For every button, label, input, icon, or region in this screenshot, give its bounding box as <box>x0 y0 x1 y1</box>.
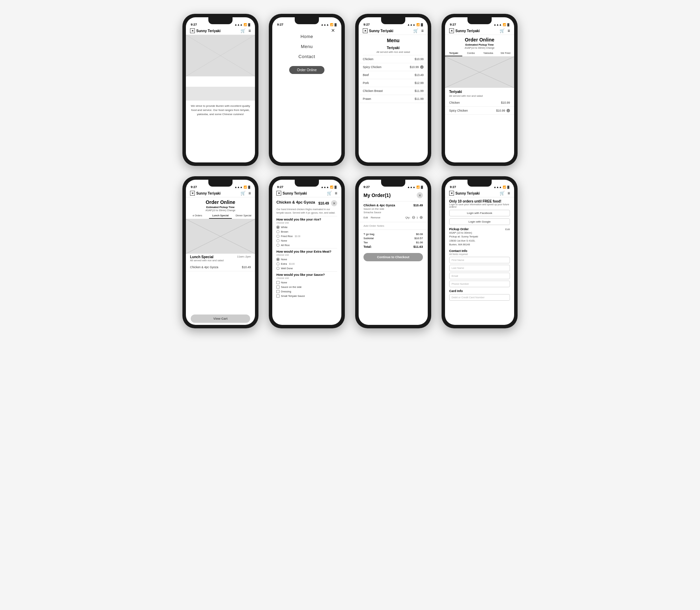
last-name-input[interactable]: Last Name <box>449 265 510 271</box>
facebook-login-button[interactable]: Login with Facebook <box>449 210 510 216</box>
menu-item-prawn[interactable]: Prawn $11.99 <box>359 95 428 103</box>
subtotal-row: Subtotal $10.57 <box>363 236 423 240</box>
sauce-side[interactable]: Sauce on the side <box>276 285 337 289</box>
cart-icon[interactable]: 🛒 <box>240 28 246 33</box>
checkbox[interactable] <box>276 285 280 289</box>
order-online-button[interactable]: Order Online <box>289 66 324 74</box>
qty-increment[interactable]: ⊕ <box>419 215 423 220</box>
sauce-teriyaki[interactable]: Small Teriyaki Sauce <box>276 294 337 298</box>
meat-well-done[interactable]: Well Done <box>276 266 337 271</box>
rice-brown[interactable]: Brown <box>276 229 337 234</box>
pickup-details: ASAP (10 to 30min) Pickup at: Sunny Teri… <box>445 231 514 248</box>
checkout-button[interactable]: Continue to Checkout <box>363 253 423 261</box>
item-name: Spicy Chicken <box>363 65 381 69</box>
close-icon[interactable]: ✕ <box>331 28 335 33</box>
signal-icon: ▲▲▲ <box>493 23 502 26</box>
radio-selected[interactable] <box>276 226 280 229</box>
battery-icon: ▓ <box>421 186 423 189</box>
checkbox[interactable] <box>276 281 280 284</box>
email-input[interactable]: Email <box>449 273 510 279</box>
view-cart-button[interactable]: View Cart <box>191 315 250 323</box>
pickup-edit-button[interactable]: Edit <box>505 228 510 231</box>
menu-item-spicy-chicken[interactable]: Spicy Chicken $10.99 ✓ <box>359 63 428 71</box>
tab-dinner[interactable]: Dinner Special <box>232 213 255 219</box>
menu-item-beef[interactable]: Beef $13.49 <box>359 71 428 79</box>
rice-white[interactable]: White <box>276 225 337 229</box>
edit-button[interactable]: Edit <box>363 216 368 219</box>
tab-teriyaki[interactable]: Teriyaki <box>445 50 462 56</box>
radio[interactable] <box>276 230 280 233</box>
menu-item-chicken[interactable]: Chicken $10.99 <box>445 99 514 107</box>
nav-actions[interactable]: 🛒 ≡ <box>413 28 424 33</box>
cart-icon[interactable]: 🛒 <box>240 191 246 196</box>
close-button[interactable]: ✕ <box>331 200 337 206</box>
item-price: $10.99 <box>415 57 424 61</box>
menu-item-gyoza[interactable]: Chicken & 4pc Gyoza $10.49 <box>186 263 255 271</box>
rice-none[interactable]: None <box>276 238 337 243</box>
rice-fried[interactable]: Fried Rice $3.00 <box>276 234 337 238</box>
menu-icon[interactable]: ≡ <box>508 28 510 33</box>
meat-none[interactable]: None <box>276 257 337 262</box>
screen-content: Only 10 orders until FREE food! Login to… <box>445 197 514 325</box>
cart-icon[interactable]: 🛒 <box>327 191 332 196</box>
nav-actions[interactable]: 🛒 ≡ <box>500 191 510 196</box>
phone-screen: 9:27 ▲▲▲ 📶 ▓ ✕ Sunny Teriyaki 🛒 ≡ <box>186 17 255 162</box>
remove-button[interactable]: Remove <box>371 216 380 219</box>
radio[interactable] <box>276 244 280 247</box>
item-name: Chicken Breast <box>363 89 383 93</box>
radio[interactable] <box>276 235 280 238</box>
pickup-time[interactable]: ASAP(10 to 30min) Change <box>186 209 255 212</box>
rice-all[interactable]: All Rice <box>276 243 337 247</box>
nav-home[interactable]: Home <box>301 34 313 39</box>
phone-input[interactable]: Phone Number <box>449 281 510 287</box>
nav-logo: ✕ Sunny Teriyaki <box>363 28 393 33</box>
menu-icon[interactable]: ≡ <box>335 191 337 196</box>
radio[interactable] <box>276 262 280 265</box>
nav-menu[interactable]: Menu <box>301 44 313 49</box>
section-title: Lunch Special <box>190 255 214 259</box>
menu-icon[interactable]: ≡ <box>508 191 510 196</box>
radio[interactable] <box>276 267 280 270</box>
cart-icon[interactable]: 🛒 <box>500 28 505 33</box>
screen-content: Order Online Estimated Pickup Time ASAP(… <box>445 35 514 162</box>
menu-item-chicken-breast[interactable]: Chicken Breast $11.99 <box>359 87 428 95</box>
add-notes[interactable]: Add Order Notes <box>359 222 428 230</box>
tab-orders[interactable]: e Orders <box>186 213 209 219</box>
menu-icon[interactable]: ≡ <box>248 28 251 33</box>
checkbox[interactable] <box>276 290 280 293</box>
tab-combo[interactable]: Combo <box>462 50 480 56</box>
nav-actions[interactable]: 🛒 ≡ <box>327 191 337 196</box>
tab-stir-fried[interactable]: Stir Fried <box>497 50 514 56</box>
qty-value: 1 <box>417 216 418 219</box>
first-name-input[interactable]: First Name <box>449 257 510 263</box>
nav-contact[interactable]: Contact <box>299 54 315 59</box>
tab-yakisoba[interactable]: Yakisoba <box>480 50 497 56</box>
menu-item-chicken[interactable]: Chicken $10.99 <box>359 55 428 63</box>
meat-extra[interactable]: Extra $3.00 <box>276 262 337 266</box>
close-button[interactable]: ✕ <box>417 192 423 198</box>
menu-item-pork[interactable]: Pork $12.99 <box>359 79 428 87</box>
nav-actions[interactable]: 🛒 ≡ <box>240 28 251 33</box>
pickup-time[interactable]: ASAP(10 to 30min) Change <box>445 47 514 49</box>
tab-lunch[interactable]: Lunch Special <box>209 213 232 219</box>
nav-actions[interactable]: 🛒 ≡ <box>500 28 510 33</box>
radio-selected[interactable] <box>276 258 280 261</box>
card-number-input[interactable]: Debit or Credit Card Number <box>449 294 510 301</box>
radio[interactable] <box>276 239 280 242</box>
signal-icon: ▲▲▲ <box>321 186 329 189</box>
menu-icon[interactable]: ≡ <box>248 191 251 196</box>
cart-icon[interactable]: 🛒 <box>413 28 418 33</box>
menu-icon[interactable]: ≡ <box>421 28 424 33</box>
sauce-none[interactable]: None <box>276 280 337 285</box>
sauce-dressing[interactable]: Dressing <box>276 289 337 294</box>
cart-icon[interactable]: 🛒 <box>500 191 505 196</box>
menu-item-spicy-chicken[interactable]: Spicy Chicken $10.99 ✓ <box>445 107 514 115</box>
item-name: Chicken <box>449 101 460 104</box>
status-icons: ▲▲▲ 📶 ▓ <box>493 23 509 26</box>
google-login-button[interactable]: Login with Google <box>449 218 510 225</box>
togo-row: T go bag $0.08 <box>363 232 423 236</box>
nav-actions[interactable]: 🛒 ≡ <box>240 191 251 196</box>
qty-decrement[interactable]: ⊖ <box>412 215 415 220</box>
phone-lunch-special: 9:27 ▲▲▲ 📶 ▓ ✕ Sunny Teriyaki 🛒 ≡ Orde <box>182 176 258 328</box>
checkbox[interactable] <box>276 294 280 298</box>
